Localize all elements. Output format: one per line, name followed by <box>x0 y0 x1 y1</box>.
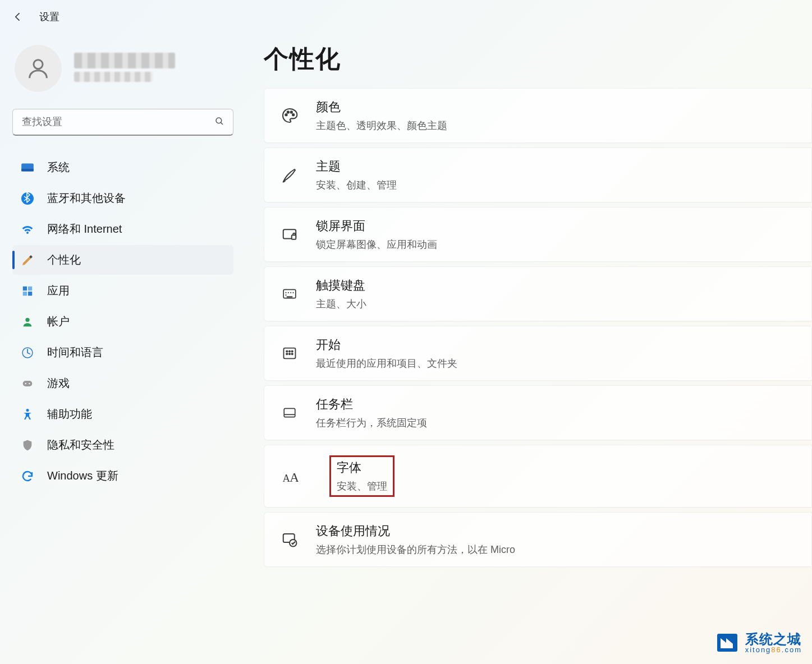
sidebar-item-gaming[interactable]: 游戏 <box>12 368 233 398</box>
svg-rect-3 <box>21 169 34 171</box>
svg-rect-7 <box>23 291 27 295</box>
sidebar-item-update[interactable]: Windows 更新 <box>12 461 233 491</box>
profile-name-redacted <box>74 53 175 84</box>
sidebar-item-label: Windows 更新 <box>47 468 118 483</box>
sidebar-item-label: 帐户 <box>47 314 70 329</box>
person-icon <box>20 315 35 329</box>
sidebar: 系统 蓝牙和其他设备 网络和 Internet 个性化 <box>0 29 241 662</box>
svg-point-0 <box>34 60 43 69</box>
card-subtitle: 选择你计划使用设备的所有方法，以在 Micro <box>316 543 515 556</box>
svg-point-18 <box>292 114 294 116</box>
svg-rect-11 <box>23 381 33 386</box>
sidebar-item-label: 应用 <box>47 283 70 298</box>
card-title: 设备使用情况 <box>316 523 515 540</box>
sidebar-item-bluetooth[interactable]: 蓝牙和其他设备 <box>12 183 233 213</box>
paintbrush-icon <box>20 253 35 268</box>
sidebar-item-label: 游戏 <box>47 376 70 391</box>
clock-globe-icon <box>20 345 35 360</box>
card-touch-keyboard[interactable]: 触摸键盘 主题、大小 <box>264 266 812 321</box>
sidebar-item-label: 时间和语言 <box>47 345 103 360</box>
sidebar-item-personalization[interactable]: 个性化 <box>12 245 233 275</box>
sidebar-nav: 系统 蓝牙和其他设备 网络和 Internet 个性化 <box>12 153 233 491</box>
card-device-usage[interactable]: 设备使用情况 选择你计划使用设备的所有方法，以在 Micro <box>264 512 812 567</box>
highlight-box: 字体 安装、管理 <box>329 455 394 497</box>
svg-point-26 <box>286 353 287 354</box>
card-subtitle: 主题色、透明效果、颜色主题 <box>316 119 447 132</box>
svg-point-13 <box>29 382 30 384</box>
sidebar-item-accessibility[interactable]: 辅助功能 <box>12 399 233 429</box>
card-title: 字体 <box>337 459 387 476</box>
device-usage-icon <box>280 530 299 549</box>
system-icon <box>20 160 35 175</box>
sidebar-item-accounts[interactable]: 帐户 <box>12 307 233 336</box>
watermark: 系统之城 xitong86.com <box>715 630 802 655</box>
sidebar-item-network[interactable]: 网络和 Internet <box>12 214 233 244</box>
svg-point-27 <box>289 353 290 354</box>
card-title: 颜色 <box>316 99 447 116</box>
wifi-icon <box>20 222 35 237</box>
sidebar-item-label: 系统 <box>47 160 70 175</box>
sidebar-item-system[interactable]: 系统 <box>12 153 233 182</box>
page-title: 个性化 <box>264 43 812 76</box>
sidebar-item-time-language[interactable]: 时间和语言 <box>12 338 233 367</box>
apps-icon <box>20 284 35 298</box>
svg-point-9 <box>25 317 29 321</box>
app-title: 设置 <box>39 10 59 24</box>
bluetooth-icon <box>20 191 35 206</box>
back-button[interactable] <box>12 11 24 22</box>
svg-point-24 <box>289 351 290 352</box>
watermark-logo-icon <box>715 630 740 655</box>
sidebar-item-label: 隐私和安全性 <box>47 437 114 453</box>
card-fonts[interactable]: AA 字体 安装、管理 <box>264 445 812 508</box>
card-subtitle: 任务栏行为，系统固定项 <box>316 416 427 430</box>
taskbar-icon <box>280 403 299 422</box>
svg-rect-5 <box>23 286 27 290</box>
brush-icon <box>280 165 299 185</box>
card-subtitle: 最近使用的应用和项目、文件夹 <box>316 357 457 370</box>
sidebar-item-label: 网络和 Internet <box>47 222 122 237</box>
sidebar-item-label: 个性化 <box>47 252 81 268</box>
main-content: 个性化 颜色 主题色、透明效果、颜色主题 主题 安装、创建、管理 <box>241 29 812 662</box>
search-input[interactable] <box>12 109 233 136</box>
keyboard-icon <box>280 284 299 303</box>
profile-section[interactable] <box>12 39 233 105</box>
fonts-icon: AA <box>280 467 299 486</box>
card-subtitle: 主题、大小 <box>316 297 366 311</box>
sidebar-item-label: 蓝牙和其他设备 <box>47 191 126 206</box>
sidebar-item-apps[interactable]: 应用 <box>12 276 233 306</box>
watermark-title: 系统之城 <box>745 632 802 646</box>
update-icon <box>20 469 35 483</box>
svg-point-12 <box>25 382 26 384</box>
card-subtitle: 安装、创建、管理 <box>316 178 397 192</box>
gamepad-icon <box>20 376 35 391</box>
shield-icon <box>20 438 35 453</box>
card-title: 锁屏界面 <box>316 218 437 234</box>
svg-rect-8 <box>28 291 32 295</box>
card-subtitle: 锁定屏幕图像、应用和动画 <box>316 238 437 251</box>
sidebar-item-privacy[interactable]: 隐私和安全性 <box>12 430 233 460</box>
card-taskbar[interactable]: 任务栏 任务栏行为，系统固定项 <box>264 385 812 440</box>
card-title: 主题 <box>316 158 397 175</box>
sidebar-item-label: 辅助功能 <box>47 407 92 422</box>
svg-point-4 <box>21 192 34 205</box>
card-lockscreen[interactable]: 锁屏界面 锁定屏幕图像、应用和动画 <box>264 207 812 262</box>
card-title: 触摸键盘 <box>316 277 366 294</box>
svg-rect-6 <box>28 286 32 290</box>
start-icon <box>280 344 299 363</box>
svg-point-17 <box>291 111 292 113</box>
svg-point-25 <box>292 351 293 352</box>
card-themes[interactable]: 主题 安装、创建、管理 <box>264 147 812 202</box>
svg-point-15 <box>285 114 287 116</box>
svg-rect-29 <box>284 408 295 417</box>
watermark-url: xitong86.com <box>745 646 802 654</box>
svg-point-16 <box>287 111 289 113</box>
lockscreen-icon <box>280 225 299 244</box>
card-colors[interactable]: 颜色 主题色、透明效果、颜色主题 <box>264 88 812 143</box>
palette-icon <box>280 106 299 125</box>
card-subtitle: 安装、管理 <box>337 479 387 493</box>
svg-rect-20 <box>292 235 296 239</box>
card-start[interactable]: 开始 最近使用的应用和项目、文件夹 <box>264 326 812 381</box>
svg-point-28 <box>292 353 293 354</box>
card-title: 开始 <box>316 336 457 353</box>
card-title: 任务栏 <box>316 396 427 413</box>
